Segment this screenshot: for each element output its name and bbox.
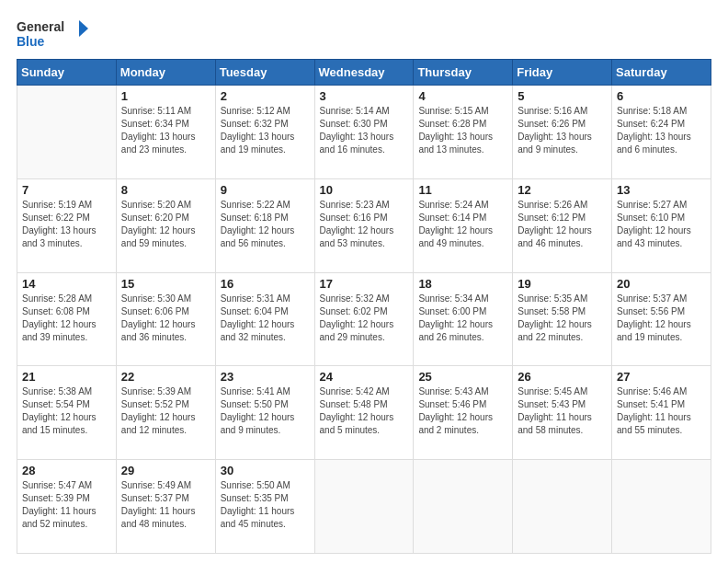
day-cell: 30Sunrise: 5:50 AM Sunset: 5:35 PM Dayli… bbox=[215, 460, 314, 554]
day-number: 14 bbox=[22, 277, 111, 291]
day-number: 4 bbox=[418, 89, 507, 103]
day-number: 2 bbox=[221, 89, 310, 103]
day-info: Sunrise: 5:47 AM Sunset: 5:39 PM Dayligh… bbox=[22, 479, 111, 531]
day-cell: 5Sunrise: 5:16 AM Sunset: 6:26 PM Daylig… bbox=[513, 86, 612, 179]
day-number: 29 bbox=[121, 464, 210, 477]
week-row-2: 7Sunrise: 5:19 AM Sunset: 6:22 PM Daylig… bbox=[17, 178, 711, 272]
day-info: Sunrise: 5:26 AM Sunset: 6:12 PM Dayligh… bbox=[518, 199, 607, 250]
day-cell: 22Sunrise: 5:39 AM Sunset: 5:52 PM Dayli… bbox=[116, 366, 215, 460]
day-number: 1 bbox=[121, 89, 210, 103]
day-info: Sunrise: 5:14 AM Sunset: 6:30 PM Dayligh… bbox=[320, 105, 409, 156]
day-cell: 23Sunrise: 5:41 AM Sunset: 5:50 PM Dayli… bbox=[215, 366, 314, 460]
day-cell: 16Sunrise: 5:31 AM Sunset: 6:04 PM Dayli… bbox=[215, 272, 314, 366]
day-number: 23 bbox=[221, 370, 310, 384]
day-cell: 20Sunrise: 5:37 AM Sunset: 5:56 PM Dayli… bbox=[612, 272, 711, 366]
day-info: Sunrise: 5:37 AM Sunset: 5:56 PM Dayligh… bbox=[617, 293, 706, 344]
day-cell: 14Sunrise: 5:28 AM Sunset: 6:08 PM Dayli… bbox=[17, 272, 117, 366]
day-cell: 6Sunrise: 5:18 AM Sunset: 6:24 PM Daylig… bbox=[612, 86, 711, 179]
day-info: Sunrise: 5:41 AM Sunset: 5:50 PM Dayligh… bbox=[221, 385, 310, 437]
day-number: 13 bbox=[617, 183, 706, 197]
day-cell: 28Sunrise: 5:47 AM Sunset: 5:39 PM Dayli… bbox=[17, 460, 117, 554]
weekday-header-thursday: Thursday bbox=[414, 60, 513, 86]
day-cell: 4Sunrise: 5:15 AM Sunset: 6:28 PM Daylig… bbox=[414, 86, 513, 179]
day-number: 18 bbox=[418, 277, 507, 291]
day-info: Sunrise: 5:12 AM Sunset: 6:32 PM Dayligh… bbox=[221, 105, 310, 156]
day-number: 5 bbox=[518, 89, 607, 103]
weekday-header-tuesday: Tuesday bbox=[215, 60, 314, 86]
day-info: Sunrise: 5:45 AM Sunset: 5:43 PM Dayligh… bbox=[518, 385, 607, 437]
day-cell: 24Sunrise: 5:42 AM Sunset: 5:48 PM Dayli… bbox=[314, 366, 414, 460]
day-number: 21 bbox=[22, 370, 111, 384]
day-info: Sunrise: 5:23 AM Sunset: 6:16 PM Dayligh… bbox=[320, 199, 409, 250]
day-number: 3 bbox=[320, 89, 409, 103]
day-cell: 1Sunrise: 5:11 AM Sunset: 6:34 PM Daylig… bbox=[116, 86, 215, 179]
day-number: 24 bbox=[320, 370, 409, 384]
svg-marker-1 bbox=[79, 20, 88, 37]
week-row-1: 1Sunrise: 5:11 AM Sunset: 6:34 PM Daylig… bbox=[17, 86, 711, 179]
header: General Blue bbox=[17, 17, 711, 52]
weekday-header-row: SundayMondayTuesdayWednesdayThursdayFrid… bbox=[17, 60, 711, 86]
day-cell: 3Sunrise: 5:14 AM Sunset: 6:30 PM Daylig… bbox=[314, 86, 414, 179]
day-info: Sunrise: 5:18 AM Sunset: 6:24 PM Dayligh… bbox=[617, 105, 706, 156]
day-cell bbox=[314, 460, 414, 554]
day-cell bbox=[17, 86, 117, 179]
day-number: 25 bbox=[418, 370, 507, 384]
day-number: 9 bbox=[221, 183, 310, 197]
weekday-header-monday: Monday bbox=[116, 60, 215, 86]
day-number: 17 bbox=[320, 277, 409, 291]
day-cell: 26Sunrise: 5:45 AM Sunset: 5:43 PM Dayli… bbox=[513, 366, 612, 460]
day-cell: 27Sunrise: 5:46 AM Sunset: 5:41 PM Dayli… bbox=[612, 366, 711, 460]
day-cell: 7Sunrise: 5:19 AM Sunset: 6:22 PM Daylig… bbox=[17, 178, 117, 272]
week-row-5: 28Sunrise: 5:47 AM Sunset: 5:39 PM Dayli… bbox=[17, 460, 711, 554]
day-info: Sunrise: 5:49 AM Sunset: 5:37 PM Dayligh… bbox=[121, 479, 210, 531]
day-info: Sunrise: 5:43 AM Sunset: 5:46 PM Dayligh… bbox=[418, 385, 507, 437]
day-cell: 29Sunrise: 5:49 AM Sunset: 5:37 PM Dayli… bbox=[116, 460, 215, 554]
weekday-header-wednesday: Wednesday bbox=[314, 60, 414, 86]
day-info: Sunrise: 5:50 AM Sunset: 5:35 PM Dayligh… bbox=[221, 479, 310, 531]
day-info: Sunrise: 5:39 AM Sunset: 5:52 PM Dayligh… bbox=[121, 385, 210, 437]
day-info: Sunrise: 5:38 AM Sunset: 5:54 PM Dayligh… bbox=[22, 385, 111, 437]
day-cell: 18Sunrise: 5:34 AM Sunset: 6:00 PM Dayli… bbox=[414, 272, 513, 366]
week-row-3: 14Sunrise: 5:28 AM Sunset: 6:08 PM Dayli… bbox=[17, 272, 711, 366]
weekday-header-sunday: Sunday bbox=[17, 60, 117, 86]
day-cell: 9Sunrise: 5:22 AM Sunset: 6:18 PM Daylig… bbox=[215, 178, 314, 272]
svg-text:Blue: Blue bbox=[17, 34, 45, 49]
day-number: 8 bbox=[121, 183, 210, 197]
day-cell: 11Sunrise: 5:24 AM Sunset: 6:14 PM Dayli… bbox=[414, 178, 513, 272]
weekday-header-friday: Friday bbox=[513, 60, 612, 86]
day-number: 11 bbox=[418, 183, 507, 197]
calendar-table: SundayMondayTuesdayWednesdayThursdayFrid… bbox=[17, 59, 711, 554]
day-number: 6 bbox=[617, 89, 706, 103]
logo: General Blue bbox=[17, 17, 90, 52]
day-number: 20 bbox=[617, 277, 706, 291]
day-cell: 17Sunrise: 5:32 AM Sunset: 6:02 PM Dayli… bbox=[314, 272, 414, 366]
day-info: Sunrise: 5:19 AM Sunset: 6:22 PM Dayligh… bbox=[22, 199, 111, 250]
day-cell: 19Sunrise: 5:35 AM Sunset: 5:58 PM Dayli… bbox=[513, 272, 612, 366]
day-number: 10 bbox=[320, 183, 409, 197]
day-number: 7 bbox=[22, 183, 111, 197]
day-number: 30 bbox=[221, 464, 310, 477]
day-cell bbox=[612, 460, 711, 554]
day-info: Sunrise: 5:30 AM Sunset: 6:06 PM Dayligh… bbox=[121, 293, 210, 344]
day-number: 26 bbox=[518, 370, 607, 384]
day-info: Sunrise: 5:34 AM Sunset: 6:00 PM Dayligh… bbox=[418, 293, 507, 344]
day-number: 12 bbox=[518, 183, 607, 197]
logo-svg: General Blue bbox=[17, 17, 90, 52]
day-number: 15 bbox=[121, 277, 210, 291]
day-info: Sunrise: 5:11 AM Sunset: 6:34 PM Dayligh… bbox=[121, 105, 210, 156]
day-cell: 2Sunrise: 5:12 AM Sunset: 6:32 PM Daylig… bbox=[215, 86, 314, 179]
svg-text:General: General bbox=[17, 19, 64, 34]
day-cell bbox=[414, 460, 513, 554]
day-cell: 25Sunrise: 5:43 AM Sunset: 5:46 PM Dayli… bbox=[414, 366, 513, 460]
day-info: Sunrise: 5:27 AM Sunset: 6:10 PM Dayligh… bbox=[617, 199, 706, 250]
week-row-4: 21Sunrise: 5:38 AM Sunset: 5:54 PM Dayli… bbox=[17, 366, 711, 460]
day-cell: 10Sunrise: 5:23 AM Sunset: 6:16 PM Dayli… bbox=[314, 178, 414, 272]
day-info: Sunrise: 5:31 AM Sunset: 6:04 PM Dayligh… bbox=[221, 293, 310, 344]
day-info: Sunrise: 5:42 AM Sunset: 5:48 PM Dayligh… bbox=[320, 385, 409, 437]
day-info: Sunrise: 5:16 AM Sunset: 6:26 PM Dayligh… bbox=[518, 105, 607, 156]
weekday-header-saturday: Saturday bbox=[612, 60, 711, 86]
day-number: 16 bbox=[221, 277, 310, 291]
day-number: 19 bbox=[518, 277, 607, 291]
day-cell: 21Sunrise: 5:38 AM Sunset: 5:54 PM Dayli… bbox=[17, 366, 117, 460]
day-cell: 12Sunrise: 5:26 AM Sunset: 6:12 PM Dayli… bbox=[513, 178, 612, 272]
